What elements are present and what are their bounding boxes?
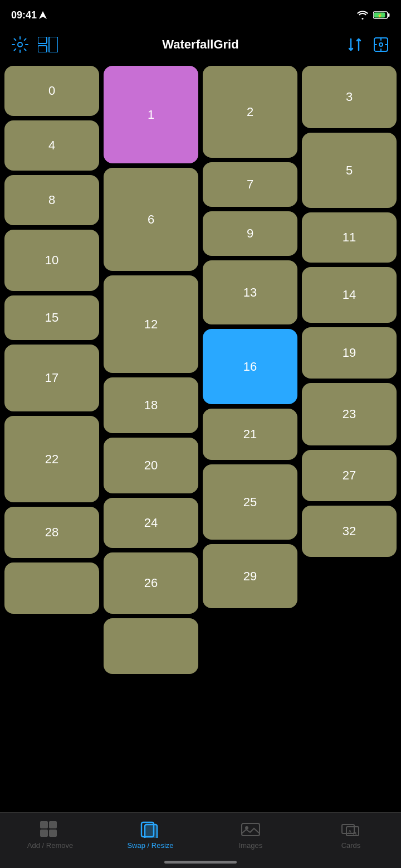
card-2[interactable]: 2 bbox=[203, 66, 297, 158]
svg-rect-8 bbox=[49, 37, 58, 52]
svg-text:A: A bbox=[348, 829, 352, 835]
card-28[interactable]: 28 bbox=[4, 507, 99, 558]
card-27[interactable]: 27 bbox=[302, 450, 397, 501]
nav-title: WaterfallGrid bbox=[162, 37, 238, 52]
svg-point-10 bbox=[379, 43, 383, 46]
tab-add-remove[interactable]: Add / Remove bbox=[0, 821, 100, 850]
battery-icon: ⚡ bbox=[373, 11, 390, 20]
home-indicator bbox=[164, 861, 237, 864]
nav-left bbox=[11, 36, 58, 54]
svg-marker-0 bbox=[39, 11, 47, 19]
card-18[interactable]: 18 bbox=[104, 377, 198, 433]
card-21[interactable]: 21 bbox=[203, 409, 297, 460]
svg-rect-6 bbox=[38, 37, 47, 43]
card-26[interactable]: 26 bbox=[104, 552, 198, 614]
card-17[interactable]: 17 bbox=[4, 345, 99, 411]
card-32[interactable]: 32 bbox=[302, 506, 397, 557]
svg-text:B: B bbox=[353, 831, 357, 837]
svg-point-5 bbox=[18, 42, 22, 47]
svg-rect-16 bbox=[145, 825, 157, 838]
card-1[interactable]: 1 bbox=[104, 66, 198, 163]
grid-column-2: 2 7 9 13 16 21 25 29 bbox=[203, 66, 297, 793]
card-col0-partial[interactable] bbox=[4, 562, 99, 614]
card-7[interactable]: 7 bbox=[203, 162, 297, 207]
wifi-icon bbox=[356, 11, 369, 20]
svg-rect-2 bbox=[388, 13, 390, 17]
status-bar: 09:41 ⚡ bbox=[0, 0, 401, 28]
grid-container: 0 4 8 10 15 17 22 28 1 6 12 18 20 24 26 … bbox=[0, 61, 401, 797]
images-icon bbox=[241, 821, 261, 838]
tab-swap-resize[interactable]: Swap / Resize bbox=[100, 821, 200, 850]
svg-text:⚡: ⚡ bbox=[377, 13, 383, 18]
svg-rect-11 bbox=[40, 821, 48, 828]
card-19[interactable]: 19 bbox=[302, 327, 397, 379]
cards-icon: A B bbox=[341, 821, 361, 838]
layout-icon[interactable] bbox=[38, 37, 58, 52]
add-remove-icon bbox=[40, 821, 60, 838]
card-3[interactable]: 3 bbox=[302, 66, 397, 128]
card-29[interactable]: 29 bbox=[203, 544, 297, 608]
card-col1-partial[interactable] bbox=[104, 618, 198, 674]
gear-icon[interactable] bbox=[11, 36, 29, 54]
card-12[interactable]: 12 bbox=[104, 275, 198, 373]
card-20[interactable]: 20 bbox=[104, 438, 198, 493]
swap-resize-icon bbox=[140, 821, 160, 838]
tab-swap-resize-label: Swap / Resize bbox=[127, 841, 173, 850]
card-15[interactable]: 15 bbox=[4, 295, 99, 340]
card-25[interactable]: 25 bbox=[203, 464, 297, 540]
card-24[interactable]: 24 bbox=[104, 498, 198, 548]
tab-add-remove-label: Add / Remove bbox=[27, 841, 73, 850]
svg-rect-7 bbox=[38, 46, 47, 52]
card-9[interactable]: 9 bbox=[203, 211, 297, 256]
time-display: 09:41 bbox=[11, 9, 37, 21]
sort-icon[interactable] bbox=[346, 36, 363, 53]
tab-cards[interactable]: A B Cards bbox=[301, 821, 401, 850]
card-6[interactable]: 6 bbox=[104, 168, 198, 271]
card-5[interactable]: 5 bbox=[302, 133, 397, 208]
tab-cards-label: Cards bbox=[341, 841, 361, 850]
resize-icon[interactable] bbox=[372, 36, 390, 54]
card-13[interactable]: 13 bbox=[203, 260, 297, 324]
card-0[interactable]: 0 bbox=[4, 66, 99, 116]
svg-rect-17 bbox=[242, 823, 260, 836]
card-23[interactable]: 23 bbox=[302, 383, 397, 445]
svg-point-18 bbox=[245, 826, 248, 830]
card-14[interactable]: 14 bbox=[302, 267, 397, 323]
nav-bar: WaterfallGrid bbox=[0, 28, 401, 61]
grid-column-0: 0 4 8 10 15 17 22 28 bbox=[4, 66, 99, 793]
grid-column-1: 1 6 12 18 20 24 26 bbox=[104, 66, 198, 793]
card-16[interactable]: 16 bbox=[203, 329, 297, 404]
card-8[interactable]: 8 bbox=[4, 175, 99, 225]
tab-images-label: Images bbox=[239, 841, 263, 850]
nav-right bbox=[346, 36, 390, 54]
tab-bar: Add / Remove Swap / Resize Images A B Ca… bbox=[0, 812, 401, 868]
tab-images[interactable]: Images bbox=[200, 821, 301, 850]
svg-rect-12 bbox=[49, 821, 57, 828]
grid-column-3: 3 5 11 14 19 23 27 32 bbox=[302, 66, 397, 793]
card-4[interactable]: 4 bbox=[4, 120, 99, 171]
card-10[interactable]: 10 bbox=[4, 230, 99, 291]
status-time: 09:41 bbox=[11, 9, 47, 21]
card-11[interactable]: 11 bbox=[302, 212, 397, 263]
location-icon bbox=[39, 11, 47, 19]
svg-rect-14 bbox=[49, 830, 57, 837]
card-22[interactable]: 22 bbox=[4, 416, 99, 502]
status-icons: ⚡ bbox=[356, 11, 390, 20]
svg-rect-13 bbox=[40, 830, 48, 837]
